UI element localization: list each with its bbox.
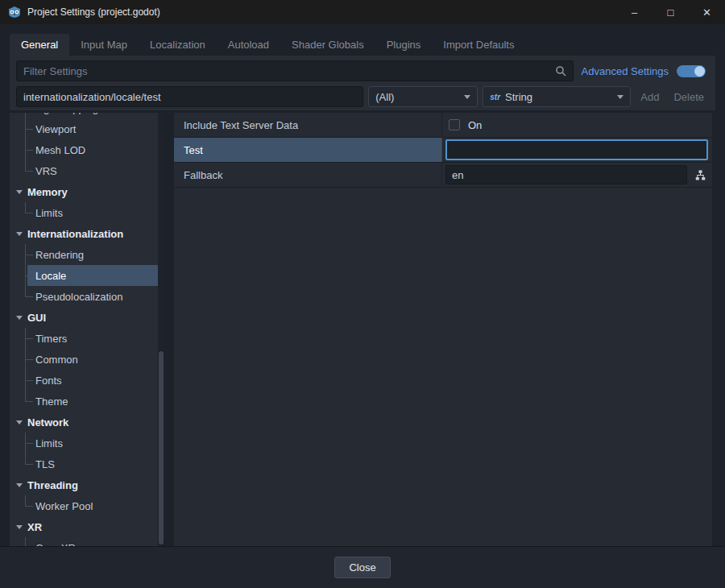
sidebar-item-label: GUI (27, 312, 46, 324)
tree-branch-line (25, 495, 33, 516)
sidebar-item-theme[interactable]: Theme (10, 391, 158, 412)
sidebar-item-locale[interactable]: Locale (10, 265, 158, 286)
collapse-chevron-icon (16, 316, 23, 320)
sidebar-item-label: Viewport (35, 123, 76, 135)
sidebar-item-rendering[interactable]: Rendering (10, 244, 158, 265)
close-button[interactable]: Close (334, 557, 390, 578)
sidebar-item-gui[interactable]: GUI (10, 307, 158, 328)
property-label: Fallback (174, 163, 442, 187)
test-value-input[interactable] (445, 139, 708, 160)
property-value: On (442, 113, 712, 137)
property-label: Test (174, 138, 442, 162)
advanced-settings-toggle[interactable] (677, 65, 706, 77)
property-value (442, 163, 712, 187)
sidebar-item-lightmapping[interactable]: Lightmapping (10, 113, 158, 118)
collapse-chevron-icon (16, 420, 23, 424)
scrollbar-thumb[interactable] (159, 351, 164, 545)
tab-general[interactable]: General (10, 34, 69, 56)
godot-icon (8, 6, 21, 19)
filter-settings-input[interactable] (16, 60, 574, 81)
property-value (442, 138, 712, 162)
tree-branch-line (25, 118, 33, 139)
sidebar-item-label: TLS (35, 458, 55, 470)
sidebar-item-tls[interactable]: TLS (10, 453, 158, 474)
tree-branch-line (25, 265, 33, 286)
sidebar-item-label: Limits (35, 437, 63, 449)
sidebar-item-label: Locale (35, 270, 66, 282)
fallback-value-input[interactable] (445, 165, 687, 184)
search-icon (555, 65, 566, 77)
tab-localization[interactable]: Localization (139, 34, 217, 56)
tree-branch-line (25, 202, 33, 223)
property-path-input[interactable] (16, 86, 363, 107)
checkbox-on-label: On (468, 119, 482, 131)
type-select[interactable]: str String (483, 86, 631, 107)
property-row-test: Test (174, 138, 712, 163)
sidebar-item-label: VRS (35, 165, 57, 177)
add-button[interactable]: Add (636, 91, 664, 103)
delete-button[interactable]: Delete (669, 91, 709, 103)
include-text-server-data-checkbox[interactable] (449, 119, 460, 130)
collapse-chevron-icon (16, 232, 23, 236)
sidebar-item-vrs[interactable]: VRS (10, 160, 158, 181)
property-row-fallback: Fallback (174, 163, 712, 188)
sidebar-item-viewport[interactable]: Viewport (10, 118, 158, 139)
feature-select[interactable]: (All) (368, 86, 478, 107)
properties-panel: Include Text Server DataOnTestFallback (174, 113, 712, 546)
tab-plugins[interactable]: Plugins (375, 34, 433, 56)
titlebar: Project Settings (project.godot) – □ ✕ (0, 0, 725, 24)
tab-shader-globals[interactable]: Shader Globals (280, 34, 375, 56)
sidebar-item-threading[interactable]: Threading (10, 474, 158, 495)
sidebar-item-label: Pseudolocalization (35, 291, 122, 303)
close-window-button[interactable]: ✕ (689, 0, 725, 24)
tree-branch-line (25, 244, 33, 265)
maximize-button[interactable]: □ (652, 0, 689, 24)
sidebar-item-mesh-lod[interactable]: Mesh LOD (10, 139, 158, 160)
string-type-icon: str (490, 93, 500, 101)
dialog-footer: Close (0, 546, 725, 588)
sidebar-item-xr[interactable]: XR (10, 516, 158, 537)
sidebar-item-limits[interactable]: Limits (10, 202, 158, 223)
property-label: Include Text Server Data (174, 113, 442, 137)
property-row-include-text-server-data: Include Text Server DataOn (174, 113, 712, 138)
type-select-value: String (505, 91, 532, 103)
settings-tree: LightmappingViewportMesh LODVRSMemoryLim… (10, 113, 158, 546)
sidebar-item-pseudolocalization[interactable]: Pseudolocalization (10, 286, 158, 307)
filter-settings-field[interactable] (23, 65, 555, 77)
sidebar-item-internationalization[interactable]: Internationalization (10, 223, 158, 244)
tree-branch-line (25, 370, 33, 391)
sidebar-item-common[interactable]: Common (10, 349, 158, 370)
sidebar-item-limits[interactable]: Limits (10, 433, 158, 453)
locale-picker-icon (695, 170, 706, 180)
tree-branch-line (25, 349, 33, 370)
sidebar-item-openxr[interactable]: OpenXR (10, 537, 158, 546)
tab-autoload[interactable]: Autoload (217, 34, 280, 56)
sidebar-item-worker-pool[interactable]: Worker Pool (10, 495, 158, 516)
sidebar-item-label: Fonts (35, 375, 62, 387)
feature-select-value: (All) (375, 91, 394, 103)
chevron-down-icon (617, 95, 624, 99)
collapse-chevron-icon (16, 190, 23, 194)
tab-import-defaults[interactable]: Import Defaults (432, 34, 525, 56)
sidebar-item-label: XR (27, 521, 42, 533)
sidebar-item-network[interactable]: Network (10, 412, 158, 433)
sidebar-item-label: Worker Pool (35, 500, 93, 512)
tab-input-map[interactable]: Input Map (69, 34, 139, 56)
advanced-settings-label: Advanced Settings (582, 65, 669, 77)
settings-tree-sidebar: LightmappingViewportMesh LODVRSMemoryLim… (10, 113, 164, 546)
sidebar-scrollbar[interactable] (158, 113, 164, 546)
filter-row: Advanced Settings (16, 60, 709, 81)
window-controls: – □ ✕ (616, 0, 725, 24)
sidebar-item-fonts[interactable]: Fonts (10, 370, 158, 391)
godot-project-settings: { "window": { "title": "Project Settings… (0, 0, 725, 588)
tree-branch-line (25, 286, 33, 307)
sidebar-item-memory[interactable]: Memory (10, 181, 158, 202)
add-property-bar: (All) str String Add Delete (16, 86, 709, 107)
sidebar-item-label: Common (35, 354, 78, 366)
collapse-chevron-icon (16, 483, 23, 487)
tree-branch-line (25, 391, 33, 412)
tree-branch-line (25, 113, 33, 118)
locale-picker-button[interactable] (691, 166, 709, 184)
sidebar-item-timers[interactable]: Timers (10, 328, 158, 349)
minimize-button[interactable]: – (616, 0, 652, 24)
